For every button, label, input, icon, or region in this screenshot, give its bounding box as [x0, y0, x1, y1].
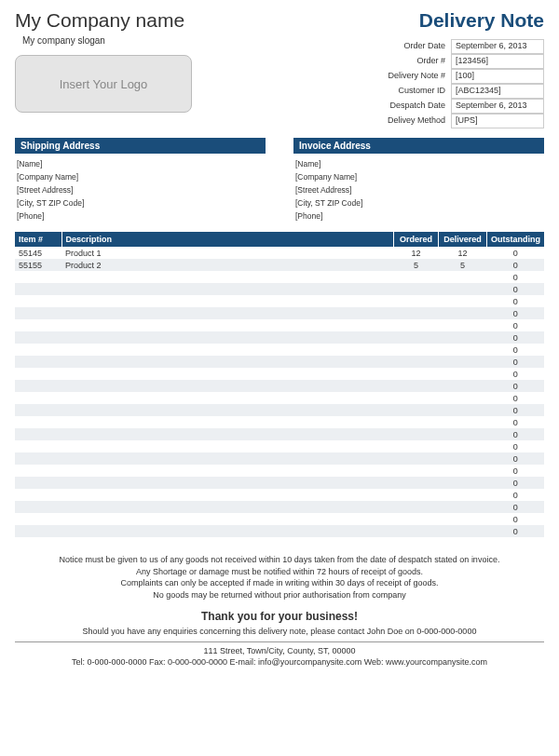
cell-item[interactable]: [15, 319, 61, 331]
cell-delivered[interactable]: [439, 513, 487, 525]
cell-desc[interactable]: [61, 452, 394, 465]
cell-item[interactable]: [15, 452, 61, 465]
cell-item[interactable]: 55155: [15, 259, 61, 271]
cell-ordered[interactable]: [394, 465, 439, 477]
cell-delivered[interactable]: [439, 392, 487, 404]
cell-ordered[interactable]: [394, 295, 439, 307]
cell-item[interactable]: [15, 513, 61, 525]
cell-ordered[interactable]: [394, 404, 439, 416]
cell-item[interactable]: [15, 428, 61, 440]
cell-outstanding[interactable]: 0: [487, 259, 545, 271]
cell-outstanding[interactable]: 0: [487, 513, 545, 525]
cell-ordered[interactable]: [394, 489, 439, 501]
cell-ordered[interactable]: [394, 331, 439, 344]
cell-item[interactable]: [15, 271, 61, 283]
cell-desc[interactable]: [61, 392, 394, 404]
cell-ordered[interactable]: [394, 501, 439, 513]
cell-item[interactable]: [15, 404, 61, 416]
cell-ordered[interactable]: [394, 356, 439, 368]
cell-desc[interactable]: [61, 295, 394, 307]
cell-desc[interactable]: [61, 477, 394, 489]
cell-desc[interactable]: [61, 307, 394, 319]
cell-outstanding[interactable]: 0: [487, 465, 545, 477]
cell-delivered[interactable]: [439, 452, 487, 465]
cell-delivered[interactable]: [439, 501, 487, 513]
cell-ordered[interactable]: [394, 452, 439, 465]
cell-outstanding[interactable]: 0: [487, 319, 545, 331]
cell-item[interactable]: [15, 416, 61, 428]
cell-outstanding[interactable]: 0: [487, 344, 545, 356]
cell-outstanding[interactable]: 0: [487, 307, 545, 319]
cell-outstanding[interactable]: 0: [487, 489, 545, 501]
cell-outstanding[interactable]: 0: [487, 283, 545, 295]
cell-ordered[interactable]: [394, 513, 439, 525]
cell-desc[interactable]: [61, 368, 394, 380]
cell-delivered[interactable]: [439, 331, 487, 344]
cell-item[interactable]: [15, 356, 61, 368]
cell-ordered[interactable]: [394, 344, 439, 356]
cell-desc[interactable]: [61, 380, 394, 392]
cell-outstanding[interactable]: 0: [487, 440, 545, 452]
cell-outstanding[interactable]: 0: [487, 392, 545, 404]
cell-desc[interactable]: [61, 331, 394, 344]
cell-outstanding[interactable]: 0: [487, 247, 545, 259]
cell-outstanding[interactable]: 0: [487, 477, 545, 489]
cell-desc[interactable]: [61, 489, 394, 501]
cell-delivered[interactable]: [439, 525, 487, 537]
cell-desc[interactable]: [61, 416, 394, 428]
cell-delivered[interactable]: [439, 404, 487, 416]
cell-ordered[interactable]: [394, 380, 439, 392]
cell-desc[interactable]: Product 1: [61, 247, 394, 259]
cell-item[interactable]: [15, 380, 61, 392]
cell-delivered[interactable]: [439, 283, 487, 295]
cell-item[interactable]: [15, 392, 61, 404]
cell-desc[interactable]: [61, 404, 394, 416]
cell-outstanding[interactable]: 0: [487, 416, 545, 428]
cell-delivered[interactable]: [439, 489, 487, 501]
cell-outstanding[interactable]: 0: [487, 428, 545, 440]
cell-outstanding[interactable]: 0: [487, 271, 545, 283]
order-meta-value[interactable]: [UPS]: [451, 114, 544, 128]
cell-desc[interactable]: [61, 428, 394, 440]
order-meta-value[interactable]: [123456]: [451, 54, 544, 69]
cell-delivered[interactable]: [439, 440, 487, 452]
cell-delivered[interactable]: [439, 368, 487, 380]
cell-delivered[interactable]: [439, 428, 487, 440]
cell-item[interactable]: 55145: [15, 247, 61, 259]
cell-outstanding[interactable]: 0: [487, 525, 545, 537]
cell-outstanding[interactable]: 0: [487, 368, 545, 380]
cell-item[interactable]: [15, 307, 61, 319]
cell-ordered[interactable]: [394, 440, 439, 452]
cell-desc[interactable]: [61, 440, 394, 452]
cell-ordered[interactable]: [394, 307, 439, 319]
cell-ordered[interactable]: [394, 392, 439, 404]
cell-item[interactable]: [15, 440, 61, 452]
cell-outstanding[interactable]: 0: [487, 380, 545, 392]
cell-desc[interactable]: [61, 465, 394, 477]
cell-delivered[interactable]: [439, 271, 487, 283]
cell-outstanding[interactable]: 0: [487, 331, 545, 344]
cell-delivered[interactable]: [439, 307, 487, 319]
cell-desc[interactable]: [61, 513, 394, 525]
cell-ordered[interactable]: [394, 525, 439, 537]
cell-item[interactable]: [15, 465, 61, 477]
cell-delivered[interactable]: [439, 380, 487, 392]
cell-item[interactable]: [15, 368, 61, 380]
cell-delivered[interactable]: [439, 356, 487, 368]
order-meta-value[interactable]: September 6, 2013: [451, 99, 544, 114]
cell-ordered[interactable]: 5: [394, 259, 439, 271]
cell-delivered[interactable]: 12: [439, 247, 487, 259]
logo-placeholder[interactable]: Insert Your Logo: [15, 55, 192, 113]
cell-outstanding[interactable]: 0: [487, 356, 545, 368]
cell-desc[interactable]: [61, 271, 394, 283]
cell-item[interactable]: [15, 489, 61, 501]
cell-item[interactable]: [15, 331, 61, 344]
cell-outstanding[interactable]: 0: [487, 501, 545, 513]
cell-delivered[interactable]: [439, 319, 487, 331]
cell-ordered[interactable]: [394, 428, 439, 440]
cell-item[interactable]: [15, 525, 61, 537]
cell-ordered[interactable]: 12: [394, 247, 439, 259]
cell-item[interactable]: [15, 501, 61, 513]
cell-ordered[interactable]: [394, 283, 439, 295]
cell-delivered[interactable]: [439, 465, 487, 477]
